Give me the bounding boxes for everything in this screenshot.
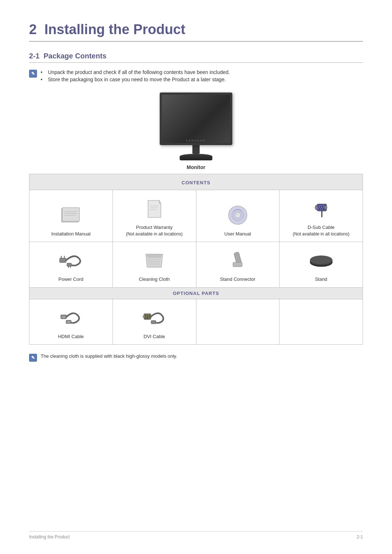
monitor-neck <box>192 145 200 154</box>
svg-point-24 <box>315 206 318 209</box>
chapter-number: 2 <box>29 22 37 37</box>
manual-label: Installation Manual <box>32 231 110 237</box>
note-icon: ✎ <box>29 70 37 78</box>
table-cell-powercord: Power Cord <box>29 242 113 287</box>
svg-rect-45 <box>67 321 70 323</box>
cloth-icon-container <box>116 248 193 273</box>
footer-right: 2-1 <box>357 534 363 539</box>
table-cell-userManual: User Manual <box>196 190 279 242</box>
svg-point-22 <box>323 208 324 209</box>
powercord-label: Power Cord <box>32 276 110 283</box>
table-cell-cloth: Cleaning Cloth <box>113 242 196 287</box>
svg-marker-6 <box>159 200 160 204</box>
monitor-base <box>180 154 212 160</box>
hdmi-icon <box>59 309 83 327</box>
standconnector-icon-container <box>199 248 277 273</box>
svg-point-20 <box>319 208 320 209</box>
svg-point-18 <box>322 206 323 207</box>
cd-icon <box>227 205 248 226</box>
svg-point-51 <box>147 317 148 318</box>
chapter-title: 2 Installing the Product <box>29 22 363 42</box>
monitor-section: SAMSUNG Monitor <box>29 93 363 170</box>
svg-point-49 <box>149 315 150 316</box>
svg-point-48 <box>147 315 148 316</box>
svg-marker-5 <box>148 200 160 217</box>
svg-point-50 <box>145 317 146 318</box>
section-number: 2-1 <box>29 52 40 60</box>
svg-rect-57 <box>151 320 156 324</box>
footer-left: Installing the Product <box>29 534 70 539</box>
section-title: 2-1 Package Contents <box>29 52 363 63</box>
contents-header: CONTENTS <box>29 174 363 190</box>
svg-point-13 <box>237 214 238 216</box>
hdmi-icon-container <box>32 305 110 331</box>
standconnector-label: Stand Connector <box>199 276 277 283</box>
table-cell-empty-2 <box>279 299 363 344</box>
dsub-icon-container <box>282 196 360 221</box>
stand-icon <box>309 253 334 268</box>
powercord-icon <box>58 251 83 270</box>
footer-note: ✎ The cleaning cloth is supplied with bl… <box>29 353 363 362</box>
svg-point-54 <box>147 318 148 319</box>
table-cell-hdmi: HDMI Cable <box>29 299 113 344</box>
stand-label: Stand <box>282 276 360 283</box>
stand-icon-container <box>282 248 360 273</box>
svg-point-53 <box>145 318 146 319</box>
svg-point-55 <box>143 316 144 317</box>
monitor-image: SAMSUNG <box>152 93 240 161</box>
dsub-icon <box>309 199 333 219</box>
svg-rect-26 <box>60 258 66 263</box>
table-cell-dsub: D-Sub Cable(Not available in all locatio… <box>279 190 363 242</box>
note-list: Unpack the product and check if all of t… <box>41 69 230 84</box>
table-cell-standconnector: Stand Connector <box>196 242 279 287</box>
table-cell-warranty: Product Warranty(Not available in all lo… <box>113 190 196 242</box>
cd-icon-container <box>199 202 277 228</box>
svg-rect-43 <box>62 316 65 317</box>
warranty-label: Product Warranty(Not available in all lo… <box>116 224 193 237</box>
cloth-icon <box>143 251 165 271</box>
empty-icon-1 <box>199 312 277 337</box>
contents-table: CONTENTS Installation Manual <box>29 174 363 345</box>
dvi-label: DVI Cable <box>116 333 193 340</box>
optional-parts-header-row: OPTIONAL PARTS <box>29 287 363 299</box>
warranty-icon-container <box>116 196 193 221</box>
table-cell-stand: Stand <box>279 242 363 287</box>
powercord-icon-container <box>32 248 110 273</box>
footer-note-icon: ✎ <box>29 354 37 362</box>
warranty-icon <box>146 199 163 219</box>
userManual-label: User Manual <box>199 231 277 237</box>
svg-point-16 <box>318 206 319 207</box>
svg-point-52 <box>149 317 150 318</box>
table-cell-dvi: DVI Cable <box>113 299 196 344</box>
empty-icon-2 <box>282 312 360 337</box>
note-block: ✎ Unpack the product and check if all of… <box>29 69 363 84</box>
svg-point-21 <box>321 208 322 209</box>
hdmi-label: HDMI Cable <box>32 333 110 340</box>
manual-icon-container <box>32 202 110 228</box>
dvi-icon <box>143 309 166 327</box>
monitor-screen: SAMSUNG <box>160 93 232 145</box>
svg-rect-38 <box>233 262 242 267</box>
note-item-2: Store the packaging box in case you need… <box>41 77 230 82</box>
svg-point-47 <box>145 315 146 316</box>
svg-point-17 <box>320 206 321 207</box>
monitor-label: Monitor <box>187 164 205 170</box>
svg-rect-29 <box>67 263 72 267</box>
manual-icon <box>60 205 82 225</box>
table-cell-manual: Installation Manual <box>29 190 113 242</box>
standconnector-icon <box>229 251 246 271</box>
svg-rect-1 <box>62 208 79 221</box>
svg-point-41 <box>310 256 332 264</box>
svg-point-25 <box>325 206 327 209</box>
page-footer: Installing the Product 2-1 <box>29 531 363 539</box>
optional-parts-header: OPTIONAL PARTS <box>29 287 363 299</box>
footer-note-text: The cleaning cloth is supplied with blac… <box>41 353 177 359</box>
note-item-1: Unpack the product and check if all of t… <box>41 69 230 75</box>
svg-marker-33 <box>147 254 161 257</box>
dvi-icon-container <box>116 305 193 331</box>
table-cell-empty-1 <box>196 299 279 344</box>
cloth-label: Cleaning Cloth <box>116 276 193 283</box>
dsub-label: D-Sub Cable(Not available in all locatio… <box>282 224 360 237</box>
